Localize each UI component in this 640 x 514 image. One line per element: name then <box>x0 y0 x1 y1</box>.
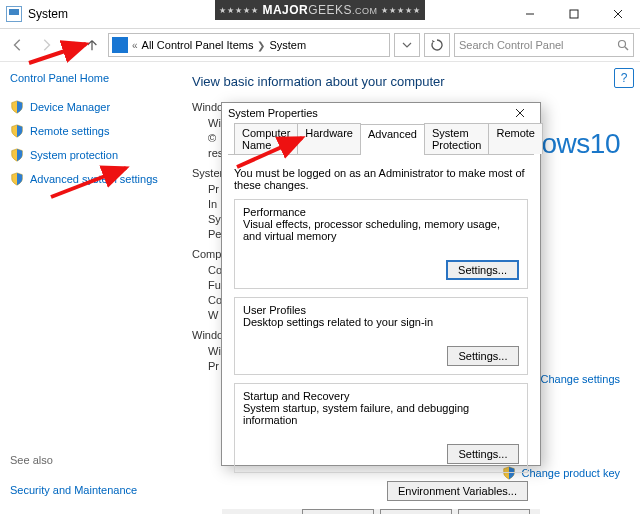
cancel-button[interactable]: Cancel <box>380 509 452 514</box>
forward-button[interactable] <box>34 33 58 57</box>
tab-system-protection[interactable]: System Protection <box>424 123 490 154</box>
control-panel-home-link[interactable]: Control Panel Home <box>10 72 168 84</box>
apply-button[interactable]: Apply <box>458 509 530 514</box>
group-performance-desc: Visual effects, processor scheduling, me… <box>243 218 519 242</box>
group-userprofiles-desc: Desktop settings related to your sign-in <box>243 316 519 328</box>
search-placeholder: Search Control Panel <box>459 39 613 51</box>
chevron-right-icon: ❯ <box>255 40 267 51</box>
svg-point-4 <box>619 41 626 48</box>
ok-button[interactable]: OK <box>302 509 374 514</box>
sidebar-item-label: Remote settings <box>30 125 109 137</box>
breadcrumb[interactable]: « All Control Panel Items ❯ System <box>108 33 390 57</box>
sidebar-link-advanced-system-settings[interactable]: Advanced system settings <box>10 172 168 186</box>
back-button[interactable] <box>6 33 30 57</box>
dialog-close-button[interactable] <box>506 103 534 123</box>
settings-button-userprofiles[interactable]: Settings... <box>447 346 519 366</box>
tab-advanced[interactable]: Advanced <box>360 124 425 155</box>
sidebar-link-remote-settings[interactable]: Remote settings <box>10 124 168 138</box>
group-userprofiles-label: User Profiles <box>243 304 306 316</box>
svg-line-5 <box>625 47 628 50</box>
monitor-icon <box>112 37 128 53</box>
breadcrumb-dropdown[interactable] <box>394 33 420 57</box>
seealso-label: See also <box>10 454 168 466</box>
recent-button[interactable] <box>62 33 76 57</box>
breadcrumb-chev0: « <box>130 40 140 51</box>
shield-icon <box>10 124 24 138</box>
sidebar-item-label: Security and Maintenance <box>10 484 137 496</box>
settings-button-performance[interactable]: Settings... <box>446 260 519 280</box>
dialog-info-text: You must be logged on as an Administrato… <box>234 167 528 191</box>
help-button[interactable]: ? <box>614 68 634 88</box>
breadcrumb-item-2[interactable]: System <box>269 39 306 51</box>
search-icon <box>617 39 629 51</box>
search-input[interactable]: Search Control Panel <box>454 33 634 57</box>
page-heading: View basic information about your comput… <box>192 74 626 89</box>
group-performance-label: Performance <box>243 206 306 218</box>
up-button[interactable] <box>80 33 104 57</box>
environment-variables-button[interactable]: Environment Variables... <box>387 481 528 501</box>
sidebar-item-label: Advanced system settings <box>30 173 158 185</box>
refresh-button[interactable] <box>424 33 450 57</box>
maximize-button[interactable] <box>552 0 596 28</box>
sidebar-link-security-maintenance[interactable]: Security and Maintenance <box>10 484 168 496</box>
shield-icon <box>10 172 24 186</box>
system-properties-dialog: System Properties Computer Name Hardware… <box>221 102 541 466</box>
tab-hardware[interactable]: Hardware <box>297 123 361 154</box>
close-button[interactable] <box>596 0 640 28</box>
sidebar-link-device-manager[interactable]: Device Manager <box>10 100 168 114</box>
sidebar-item-label: System protection <box>30 149 118 161</box>
shield-icon <box>10 100 24 114</box>
svg-rect-1 <box>570 10 578 18</box>
tab-computer-name[interactable]: Computer Name <box>234 123 298 154</box>
minimize-button[interactable] <box>508 0 552 28</box>
watermark: ★★★★★ MAJORGEEKS.COM ★★★★★ <box>215 0 425 20</box>
sidebar-link-system-protection[interactable]: System protection <box>10 148 168 162</box>
settings-button-startup[interactable]: Settings... <box>447 444 519 464</box>
dialog-title: System Properties <box>228 107 318 119</box>
sidebar-item-label: Device Manager <box>30 101 110 113</box>
system-icon <box>6 6 22 22</box>
group-startup-label: Startup and Recovery <box>243 390 349 402</box>
group-startup-desc: System startup, system failure, and debu… <box>243 402 519 426</box>
breadcrumb-item-1[interactable]: All Control Panel Items <box>142 39 254 51</box>
tab-remote[interactable]: Remote <box>488 123 543 154</box>
shield-icon <box>10 148 24 162</box>
